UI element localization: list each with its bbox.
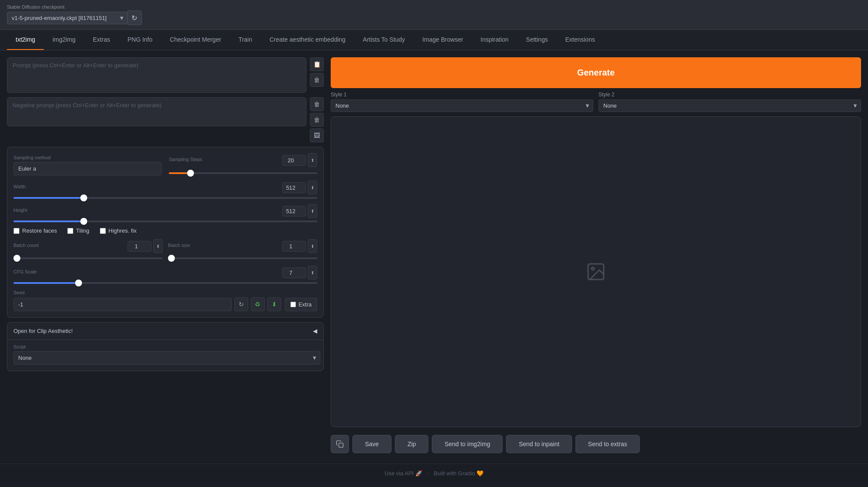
copy-image-button[interactable] [331, 435, 349, 453]
restore-faces-checkbox[interactable]: Restore faces [13, 227, 57, 234]
tab-image-browser[interactable]: Image Browser [414, 30, 472, 50]
extra-icon-button[interactable]: 🖼 [310, 128, 324, 142]
extra-checkbox[interactable]: Extra [285, 298, 317, 311]
save-button[interactable]: Save [352, 435, 391, 453]
footer-api-text: Use via API [385, 470, 414, 477]
main-layout: 📋 🗑 🗑 🗑 🖼 Sampling method Euler a [0, 50, 868, 464]
sampling-method-group: Sampling method Euler a [13, 155, 162, 175]
refresh-checkpoint-button[interactable]: ↻ [127, 10, 142, 25]
tab-checkpoint-merger[interactable]: Checkpoint Merger [161, 30, 230, 50]
seed-refresh-button[interactable]: ↻ [234, 297, 248, 311]
tab-txt2img[interactable]: txt2img [7, 30, 44, 50]
batch-size-input[interactable] [282, 241, 306, 252]
svg-point-1 [592, 267, 594, 270]
width-up[interactable]: ⬆ [308, 181, 317, 194]
seed-label: Seed [13, 290, 25, 295]
sampling-steps-group: Sampling Steps ⬆ [169, 153, 317, 175]
seed-down-button[interactable]: ⬇ [267, 297, 281, 311]
send-to-img2img-button[interactable]: Send to img2img [432, 435, 503, 453]
cfg-scale-slider[interactable] [13, 282, 317, 284]
tiling-checkbox[interactable]: Tiling [67, 227, 89, 234]
style2-group: Style 2 None ▼ [598, 92, 861, 112]
generate-button[interactable]: Generate [331, 57, 861, 88]
footer-built-text: Built with Gradio [434, 470, 475, 477]
height-input[interactable] [282, 206, 306, 217]
extra-checkbox-input[interactable] [290, 302, 296, 307]
send-to-inpaint-button[interactable]: Send to inpaint [506, 435, 572, 453]
sampling-steps-slider[interactable] [169, 172, 317, 174]
highres-fix-checkbox[interactable]: Highres. fix [100, 227, 137, 234]
checkbox-row: Restore faces Tiling Highres. fix [13, 227, 317, 234]
style2-select[interactable]: None [598, 99, 861, 112]
prompt-section: 📋 🗑 [7, 57, 324, 93]
tiling-input[interactable] [67, 228, 73, 234]
restore-faces-input[interactable] [13, 228, 20, 234]
script-header[interactable]: Open for Clip Aesthetic! ◀ [7, 322, 323, 339]
sampling-row: Sampling method Euler a Sampling Steps ⬆ [13, 153, 317, 175]
tab-settings[interactable]: Settings [517, 30, 557, 50]
batch-count-up[interactable]: ⬆ [153, 239, 163, 253]
tab-artists-to-study[interactable]: Artists To Study [354, 30, 414, 50]
extra-label: Extra [299, 301, 312, 308]
width-slider[interactable] [13, 197, 317, 199]
tab-train[interactable]: Train [230, 30, 261, 50]
sampling-method-label: Sampling method [13, 155, 162, 160]
highres-fix-input[interactable] [100, 228, 106, 234]
cfg-scale-up[interactable]: ⬆ [308, 266, 317, 280]
tabs-nav: txt2img img2img Extras PNG Info Checkpoi… [0, 30, 868, 50]
paste-icon-button[interactable]: 📋 [310, 57, 324, 71]
height-slider[interactable] [13, 220, 317, 222]
copy-icon [336, 440, 344, 448]
prompt-side-icons: 📋 🗑 [310, 57, 324, 87]
tab-aesthetic-embedding[interactable]: Create aesthetic embedding [261, 30, 354, 50]
tab-png-info[interactable]: PNG Info [119, 30, 161, 50]
seed-recycle-button[interactable]: ♻ [251, 297, 265, 311]
negative-prompt-input[interactable] [7, 97, 306, 126]
batch-row: Batch count ⬆ Batch size ⬆ [13, 239, 317, 260]
script-toggle-icon: ◀ [313, 328, 317, 334]
sampling-method-select[interactable]: Euler a [13, 162, 162, 175]
seed-input[interactable] [13, 298, 232, 311]
image-placeholder [585, 261, 606, 282]
checkpoint-select[interactable]: v1-5-pruned-emaonly.ckpt [81761151] [7, 12, 128, 24]
sampling-steps-input[interactable] [282, 155, 306, 166]
width-input[interactable] [282, 182, 306, 193]
footer-separator: · [427, 470, 429, 477]
seed-input-row: ↻ ♻ ⬇ [13, 297, 281, 311]
script-label: Script [13, 344, 317, 349]
batch-size-label: Batch size [168, 243, 190, 248]
footer-built-icon: 🧡 [477, 470, 483, 477]
batch-size-up[interactable]: ⬆ [308, 239, 317, 253]
clear-prompt-button[interactable]: 🗑 [310, 73, 324, 87]
tab-extras[interactable]: Extras [84, 30, 119, 50]
width-label: Width [13, 184, 26, 189]
image-output-area [331, 116, 861, 427]
highres-fix-label: Highres. fix [108, 227, 137, 234]
batch-size-slider[interactable] [168, 257, 317, 259]
footer: Use via API 🚀 · Built with Gradio 🧡 [0, 464, 868, 483]
script-select[interactable]: None [13, 351, 320, 365]
seed-group: Seed ↻ ♻ ⬇ [13, 289, 281, 311]
batch-count-slider[interactable] [13, 257, 163, 259]
zip-button[interactable]: Zip [395, 435, 428, 453]
height-up[interactable]: ⬆ [308, 204, 317, 218]
batch-count-input[interactable] [128, 241, 151, 252]
cfg-scale-input[interactable] [282, 267, 306, 278]
refresh-icon: ↻ [132, 14, 137, 22]
prompt-input[interactable] [7, 57, 306, 93]
height-row: Height ⬆ [13, 204, 317, 222]
send-to-extras-button[interactable]: Send to extras [575, 435, 640, 453]
seed-row: Seed ↻ ♻ ⬇ Extra [13, 289, 317, 311]
batch-count-label: Batch count [13, 243, 39, 248]
style1-select[interactable]: None [331, 99, 593, 112]
clear-negative-button[interactable]: 🗑 [310, 97, 324, 111]
restore-faces-label: Restore faces [22, 227, 57, 234]
left-panel: 📋 🗑 🗑 🗑 🖼 Sampling method Euler a [7, 57, 324, 457]
style1-group: Style 1 None ▼ [331, 92, 593, 112]
tab-inspiration[interactable]: Inspiration [472, 30, 517, 50]
tab-extensions[interactable]: Extensions [556, 30, 603, 50]
svg-rect-2 [339, 443, 343, 448]
sampling-steps-up[interactable]: ⬆ [308, 153, 317, 167]
clear-negative-button2[interactable]: 🗑 [310, 113, 324, 127]
tab-img2img[interactable]: img2img [44, 30, 84, 50]
